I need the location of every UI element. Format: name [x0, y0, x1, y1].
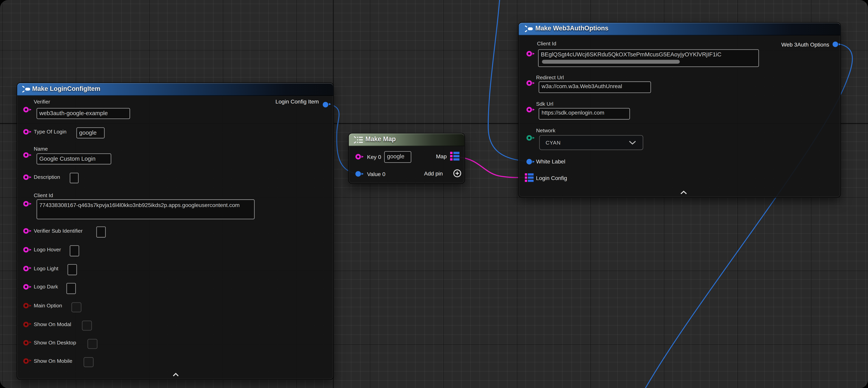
type-of-login-input[interactable]: google: [76, 127, 105, 138]
pin-label-name: Name: [34, 146, 48, 152]
input-pin-logo-dark[interactable]: [23, 284, 29, 290]
node-title: Make Map: [365, 133, 396, 145]
node-title: Make LoginConfigItem: [32, 83, 100, 95]
pin-label-network: Network: [536, 127, 555, 133]
client-id-input[interactable]: 774338308167-q463s7kpvja16l4l0kko3nb925i…: [36, 199, 255, 219]
node-make-loginconfigitem[interactable]: Make LoginConfigItem Login Config Item V…: [17, 82, 334, 380]
node-header-make-loginconfigitem[interactable]: Make LoginConfigItem: [17, 83, 333, 95]
pin-label-client-id: Client Id: [34, 192, 53, 198]
output-pin-label-map: Map: [436, 153, 447, 159]
input-pin-logo-light[interactable]: [23, 266, 29, 271]
pin-label-verifier: Verifier: [34, 98, 50, 105]
node-header-make-web3authoptions[interactable]: Make Web3AuthOptions: [519, 23, 840, 35]
sdk-url-input[interactable]: https://sdk.openlogin.com: [539, 108, 630, 119]
input-pin-description[interactable]: [23, 175, 29, 180]
make-struct-icon: [524, 25, 533, 32]
node-make-map[interactable]: Make Map Key 0 google Map Value 0 Add pi…: [348, 133, 465, 184]
blueprint-graph-canvas[interactable]: Make LoginConfigItem Login Config Item V…: [0, 0, 868, 388]
network-dropdown[interactable]: CYAN: [539, 135, 644, 150]
show-on-mobile-checkbox[interactable]: [84, 357, 93, 367]
input-pin-show-on-modal[interactable]: [23, 321, 29, 327]
add-pin-icon[interactable]: [453, 169, 462, 178]
description-input[interactable]: [69, 173, 78, 183]
pin-label-logo-hover: Logo Hover: [34, 246, 61, 252]
pin-label-show-on-modal: Show On Modal: [34, 321, 71, 327]
show-on-modal-checkbox[interactable]: [82, 321, 92, 330]
input-pin-verifier-sub-identifier[interactable]: [23, 228, 29, 234]
pin-label-description: Description: [34, 174, 60, 180]
input-pin-redirect-url[interactable]: [526, 80, 532, 86]
pin-label-logo-dark: Logo Dark: [34, 283, 58, 290]
pin-label-verifier-sub-identifier: Verifier Sub Identifier: [34, 228, 83, 234]
input-pin-logo-hover[interactable]: [23, 247, 29, 252]
input-pin-client-id[interactable]: [526, 51, 532, 56]
collapse-node-chevron-icon[interactable]: [680, 190, 687, 195]
collapse-node-chevron-icon[interactable]: [173, 372, 179, 377]
output-pin-label: Web 3Auth Options: [781, 41, 829, 47]
input-pin-key0[interactable]: [355, 154, 361, 159]
pin-label-show-on-desktop: Show On Desktop: [34, 339, 76, 346]
input-pin-main-option[interactable]: [23, 303, 29, 308]
verifier-input[interactable]: web3auth-google-example: [36, 108, 130, 119]
input-pin-sdk-url[interactable]: [526, 107, 532, 112]
pin-label-redirect-url: Redirect Url: [536, 74, 564, 80]
main-option-checkbox[interactable]: [71, 302, 81, 312]
output-pin-web3auth-options[interactable]: [833, 41, 838, 47]
output-pin-login-config-item[interactable]: [323, 101, 328, 107]
logo-light-input[interactable]: [68, 264, 77, 275]
output-pin-map[interactable]: [450, 151, 459, 160]
pin-label-value0: Value 0: [367, 171, 385, 177]
input-pin-show-on-mobile[interactable]: [23, 358, 29, 363]
input-pin-value0[interactable]: [355, 171, 361, 177]
pin-label-type-of-login: Type Of Login: [34, 128, 66, 135]
input-pin-login-config[interactable]: [525, 174, 534, 182]
input-pin-verifier[interactable]: [23, 107, 29, 112]
output-pin-label: Login Config Item: [276, 98, 319, 105]
client-id-input[interactable]: BEglQSgt4cUWcj6SKRdu5QkOXTsePmMcusG5EAoy…: [538, 50, 759, 67]
network-dropdown-value: CYAN: [546, 140, 561, 146]
make-struct-icon: [22, 86, 31, 92]
make-map-icon: [353, 136, 363, 143]
node-make-web3authoptions[interactable]: Make Web3AuthOptions Web 3Auth Options C…: [518, 22, 841, 198]
pin-label-logo-light: Logo Light: [34, 265, 58, 271]
pin-label-key0: Key 0: [367, 154, 381, 160]
verifier-sub-identifier-input[interactable]: [96, 227, 106, 238]
node-title: Make Web3AuthOptions: [535, 23, 609, 34]
name-input[interactable]: Google Custom Login: [36, 153, 111, 164]
pin-label-client-id: Client Id: [537, 40, 556, 47]
pin-label-login-config: Login Config: [536, 175, 567, 181]
logo-hover-input[interactable]: [70, 245, 79, 256]
input-pin-show-on-desktop[interactable]: [23, 340, 29, 346]
redirect-url-input[interactable]: w3a://com.w3a.Web3AuthUnreal: [539, 82, 651, 93]
add-pin-label: Add pin: [424, 171, 443, 177]
logo-dark-input[interactable]: [66, 283, 76, 294]
pin-label-sdk-url: Sdk Url: [536, 101, 553, 107]
pin-label-show-on-mobile: Show On Mobile: [34, 358, 72, 364]
input-pin-white-label[interactable]: [526, 159, 532, 165]
input-pin-network[interactable]: [526, 135, 532, 141]
client-id-scrollbar[interactable]: [542, 60, 680, 64]
pin-label-white-label: White Label: [536, 158, 565, 165]
input-pin-name[interactable]: [23, 152, 29, 158]
pin-label-main-option: Main Option: [34, 302, 62, 308]
input-pin-type-of-login[interactable]: [23, 129, 29, 135]
chevron-down-icon: [629, 141, 636, 145]
key0-input[interactable]: google: [384, 151, 411, 163]
node-header-make-map[interactable]: Make Map: [349, 133, 464, 146]
input-pin-client-id[interactable]: [23, 201, 29, 207]
show-on-desktop-checkbox[interactable]: [88, 339, 97, 349]
